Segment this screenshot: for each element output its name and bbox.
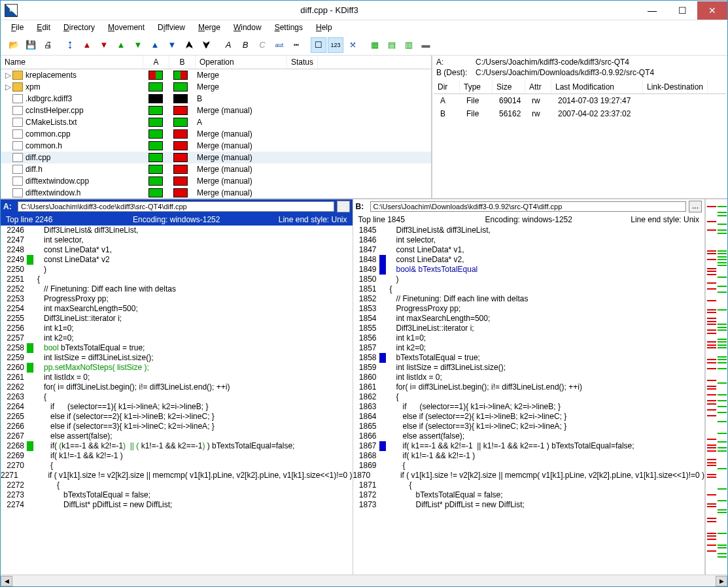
expand-icon[interactable]: ▷ [3,82,12,92]
code-line: 2264 if (selector==1){ k1=i->lineA; k2=i… [1,402,353,412]
code-line: 1849 bool& bTextsTotalEqual [353,265,705,275]
folder-icon [12,82,23,92]
next-diff-button[interactable]: ▼ [130,37,146,53]
info-row[interactable]: AFile69014rw2014-07-03 19:27:47 [434,94,726,107]
tree-row[interactable]: ccInstHelper.cppMerge (manual) [1,105,431,116]
layout2-button[interactable]: ▤ [384,37,400,53]
menu-file[interactable]: File [6,22,29,33]
menu-merge[interactable]: Merge [193,22,226,33]
code-line: 1853 ProgressProxy pp; [353,304,705,314]
menu-movement[interactable]: Movement [103,22,150,33]
col-status[interactable]: Status [287,56,318,69]
open-button[interactable]: 📂 [6,37,22,53]
layout1-button[interactable]: ▦ [367,37,383,53]
code-line: 1872 bTextsTotalEqual = false; [353,490,705,500]
select-a-button[interactable]: A [220,37,236,53]
overview-bar[interactable] [705,199,727,575]
code-line: 2246 Diff3LineList& diff3LineList, [1,226,353,235]
tree-op: Merge (manual) [193,176,285,186]
code-line: 2260 pp.setMaxNofSteps( listSize ); [1,363,353,373]
pane-a-browse[interactable]: ... [337,201,350,212]
pane-a-topline: Top line 2246 [6,215,120,224]
status-b-box [173,82,188,92]
status-a-box [148,106,163,115]
tree-row[interactable]: CMakeLists.txtA [1,116,431,128]
col-a[interactable]: A [143,56,169,69]
directory-tree[interactable]: Name A B Operation Status ▷kreplacements… [1,56,432,198]
pane-a-label: A: [3,202,15,211]
status-a-box [148,129,163,139]
window-title: diff.cpp - KDiff3 [22,5,637,15]
tree-row[interactable]: ▷xpmMerge [1,81,431,93]
pane-b-path[interactable] [370,201,687,212]
prev-conflict-button[interactable]: ▲ [79,37,95,53]
tree-item-name: .kdbgrc.kdiff3 [26,94,143,103]
info-row[interactable]: BFile56162rw2007-04-02 23:37:02 [434,107,726,120]
status-b-box [173,71,188,80]
goto-current-button[interactable]: ⭥ [62,37,78,53]
tree-row[interactable]: common.hMerge (manual) [1,140,431,152]
scroll-right[interactable]: ▶ [716,576,727,586]
show-linenumbers-button[interactable]: 123 [328,37,343,53]
scroll-left[interactable]: ◀ [1,576,12,586]
select-c-button[interactable]: C [254,37,270,53]
code-line: 1845 Diff3LineList& diff3LineList, [353,226,705,235]
pane-b-browse[interactable]: ... [689,201,702,212]
tree-row[interactable]: ▷kreplacementsMerge [1,69,431,81]
code-line: 2265 else if (selector==2){ k1=i->lineB;… [1,412,353,422]
status-b-box [173,94,188,103]
pane-a-path[interactable] [18,201,334,212]
next-conflict-button[interactable]: ▼ [96,37,112,53]
expand-icon[interactable]: ▷ [3,71,12,80]
code-line: 2272 { [1,480,353,490]
prev-unsolved-button[interactable]: ▲ [147,37,163,53]
tree-item-name: difftextwindow.h [26,188,143,197]
print-button[interactable]: 🖨 [40,37,56,53]
status-a-box [148,176,163,186]
code-area-a[interactable]: 2246 Diff3LineList& diff3LineList,2247 i… [1,226,353,575]
tree-row[interactable]: diff.cppMerge (manual) [1,152,431,163]
col-op[interactable]: Operation [196,56,287,69]
prev-delta-button[interactable]: ⮝ [181,37,197,53]
layout3-button[interactable]: ▥ [401,37,417,53]
split-button[interactable]: ┅ [288,37,304,53]
titlebar: K diff.cpp - KDiff3 — ☐ ✕ [1,1,727,20]
minimize-button[interactable]: — [637,1,667,20]
tree-row[interactable]: difftextwindow.hMerge (manual) [1,187,431,198]
next-unsolved-button[interactable]: ▼ [164,37,180,53]
code-line: 1862 { [353,392,705,402]
menu-help[interactable]: Help [311,22,338,33]
tree-row[interactable]: common.cppMerge (manual) [1,128,431,140]
show-whitespace-button[interactable]: ☐ [311,37,326,53]
select-b-button[interactable]: B [237,37,253,53]
maximize-button[interactable]: ☐ [667,1,697,20]
menu-edit[interactable]: Edit [31,22,56,33]
code-line: 2274 DiffList* pDiffList = new DiffList; [1,500,353,510]
menu-window[interactable]: Window [228,22,267,33]
next-delta-button[interactable]: ⮟ [198,37,214,53]
tree-op: Merge (manual) [193,141,285,150]
auto-button[interactable]: aut [271,37,287,53]
tree-op: Merge [193,82,285,92]
save-button[interactable]: 💾 [23,37,39,53]
tree-op: Merge (manual) [193,153,285,162]
info-b-label: B (Dest): [436,68,476,77]
close-button[interactable]: ✕ [697,1,727,20]
menu-settings[interactable]: Settings [269,22,308,33]
menu-diffview[interactable]: Diffview [152,22,190,33]
tree-item-name: diff.h [26,165,143,174]
col-name[interactable]: Name [1,56,143,69]
code-line: 1851{ [353,284,705,294]
extra-button[interactable]: ▬ [418,37,434,53]
tree-row[interactable]: diff.hMerge (manual) [1,163,431,175]
prev-diff-button[interactable]: ▲ [113,37,129,53]
wrap-button[interactable]: ⤧ [345,37,360,53]
menu-directory[interactable]: Directory [58,22,100,33]
col-b[interactable]: B [169,56,196,69]
horizontal-scrollbar[interactable]: ◀ ▶ [1,575,727,586]
code-area-b[interactable]: 1845 Diff3LineList& diff3LineList,1846 i… [353,226,705,575]
pane-b-label: B: [356,202,368,211]
tree-row[interactable]: .kdbgrc.kdiff3B [1,93,431,105]
code-line: 1870 if ( v1[k1].size != v2[k2].size || … [353,471,705,480]
tree-row[interactable]: difftextwindow.cppMerge (manual) [1,175,431,187]
